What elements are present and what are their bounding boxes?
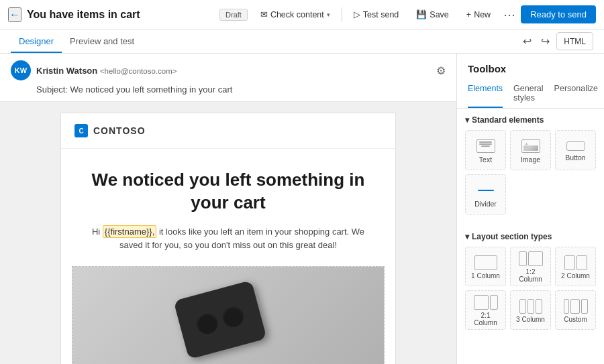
from-info: Kristin Watson <hello@contoso.com> xyxy=(36,66,431,76)
email-body[interactable]: C CONTOSO We noticed you left something … xyxy=(60,113,396,364)
layout-preview-21col xyxy=(474,295,498,310)
element-card-image[interactable]: Image xyxy=(510,130,551,170)
layout-section-types: ▾ Layout section types 1 Column xyxy=(457,225,604,337)
redo-button[interactable]: ↪ xyxy=(538,32,552,50)
check-content-icon: ✉ xyxy=(260,9,268,19)
layout-3-column[interactable]: 3 Column xyxy=(510,290,551,330)
top-actions: ✉ Check content ▾ ▷ Test send 💾 Save + N… xyxy=(253,5,596,23)
col-2 xyxy=(490,295,498,310)
elements-grid: Text Image Button Divider xyxy=(465,130,596,215)
collapse-icon: ▾ xyxy=(465,115,469,125)
toolbox-tab-elements[interactable]: Elements xyxy=(468,80,503,108)
layout-label-3col: 3 Column xyxy=(516,316,545,323)
col-3 xyxy=(581,299,588,314)
toolbox-title: Toolbox xyxy=(457,54,604,80)
element-card-divider[interactable]: Divider xyxy=(465,174,506,215)
email-image-block[interactable] xyxy=(72,266,385,364)
page-title: You have items in cart xyxy=(27,9,214,21)
divider-element-label: Divider xyxy=(474,200,497,208)
earbud-case-image xyxy=(173,280,266,359)
divider-line xyxy=(478,190,494,191)
layout-label-2col: 2 Column xyxy=(561,272,590,280)
layout-preview-12col xyxy=(519,251,543,266)
test-send-button[interactable]: ▷ Test send xyxy=(346,5,407,23)
save-button[interactable]: 💾 Save xyxy=(409,5,456,23)
section-label: Standard elements xyxy=(472,115,544,125)
from-email: <hello@contoso.com> xyxy=(100,67,177,75)
layout-label-custom: Custom xyxy=(564,316,587,323)
plus-icon: + xyxy=(466,10,471,19)
firstname-token: {{firstname}}, xyxy=(103,225,156,238)
sub-nav: Designer Preview and test ↩ ↪ HTML xyxy=(0,29,604,54)
element-card-button[interactable]: Button xyxy=(555,130,596,170)
tab-designer[interactable]: Designer xyxy=(11,31,62,53)
button-element-label: Button xyxy=(565,154,585,162)
image-icon xyxy=(521,139,540,153)
layout-preview-custom xyxy=(564,299,588,314)
col-1 xyxy=(474,255,497,270)
email-subject: Subject: We noticed you left something i… xyxy=(11,84,446,95)
layout-1-column[interactable]: 1 Column xyxy=(465,247,506,286)
element-card-text[interactable]: Text xyxy=(465,130,506,170)
layout-1-2-column[interactable]: 1:2 Column xyxy=(510,247,551,286)
col-3 xyxy=(536,299,542,314)
toolbox-tab-general-styles[interactable]: General styles xyxy=(513,80,543,108)
standard-elements-header[interactable]: ▾ Standard elements xyxy=(465,115,596,125)
text-line-2 xyxy=(479,143,493,145)
test-send-icon: ▷ xyxy=(354,9,360,19)
main-area: KW Kristin Watson <hello@contoso.com> ⚙ … xyxy=(0,54,604,364)
hero-heading: We noticed you left something in your ca… xyxy=(88,169,368,215)
col-1 xyxy=(474,295,489,310)
back-button[interactable]: ← xyxy=(8,7,21,22)
standard-elements-section: ▾ Standard elements Text Image xyxy=(457,109,604,225)
col-1 xyxy=(564,255,575,270)
earbud-left xyxy=(194,310,220,337)
col-2 xyxy=(576,255,587,270)
col-1 xyxy=(519,299,526,314)
product-image xyxy=(72,267,384,364)
check-content-button[interactable]: ✉ Check content ▾ xyxy=(253,5,338,23)
canvas-area: KW Kristin Watson <hello@contoso.com> ⚙ … xyxy=(0,54,456,364)
col-1 xyxy=(519,251,527,266)
layout-2-1-column[interactable]: 2:1 Column xyxy=(465,290,506,330)
text-line-3 xyxy=(481,145,490,147)
layout-section-label: Layout section types xyxy=(472,232,552,241)
col-2 xyxy=(570,299,580,314)
col-2 xyxy=(527,299,534,314)
settings-button[interactable]: ⚙ xyxy=(436,64,446,77)
layout-2-column[interactable]: 2 Column xyxy=(555,247,596,286)
hero-body-prefix: Hi xyxy=(92,227,103,237)
separator xyxy=(342,7,342,22)
col-1 xyxy=(564,299,569,314)
earbud-right xyxy=(220,303,246,329)
email-canvas: C CONTOSO We noticed you left something … xyxy=(60,113,396,364)
layout-label-12col: 1:2 Column xyxy=(513,268,548,283)
layout-custom[interactable]: Custom xyxy=(555,290,596,330)
tab-preview-test[interactable]: Preview and test xyxy=(62,31,142,53)
text-element-label: Text xyxy=(479,156,492,164)
layout-section-header[interactable]: ▾ Layout section types xyxy=(465,232,596,241)
new-button[interactable]: + New xyxy=(459,6,498,23)
email-hero[interactable]: We noticed you left something in your ca… xyxy=(61,149,395,266)
html-button[interactable]: HTML xyxy=(556,32,593,50)
save-icon: 💾 xyxy=(416,9,427,19)
layout-label-21col: 2:1 Column xyxy=(468,312,503,326)
toolbox-tab-personalize[interactable]: Personalize xyxy=(554,80,598,108)
draft-badge: Draft xyxy=(219,9,248,21)
layout-collapse-icon: ▾ xyxy=(465,232,469,241)
email-header: KW Kristin Watson <hello@contoso.com> ⚙ … xyxy=(0,54,456,102)
more-options-button[interactable]: ⋯ xyxy=(501,7,518,22)
email-from: KW Kristin Watson <hello@contoso.com> ⚙ xyxy=(11,60,446,80)
avatar: KW xyxy=(11,60,31,80)
divider-icon xyxy=(476,184,495,197)
logo-text: CONTOSO xyxy=(93,125,146,136)
top-bar: ← You have items in cart Draft ✉ Check c… xyxy=(0,0,604,29)
toolbox: Toolbox Elements General styles Personal… xyxy=(456,54,604,364)
layout-preview-3col xyxy=(519,299,542,314)
hero-body-suffix: it looks like you left an item in your s… xyxy=(119,227,364,251)
undo-button[interactable]: ↩ xyxy=(520,32,534,50)
text-line-1 xyxy=(479,141,493,143)
email-logo-bar: C CONTOSO xyxy=(61,113,395,149)
layout-preview-2col xyxy=(564,255,587,270)
ready-to-send-button[interactable]: Ready to send xyxy=(521,5,596,23)
